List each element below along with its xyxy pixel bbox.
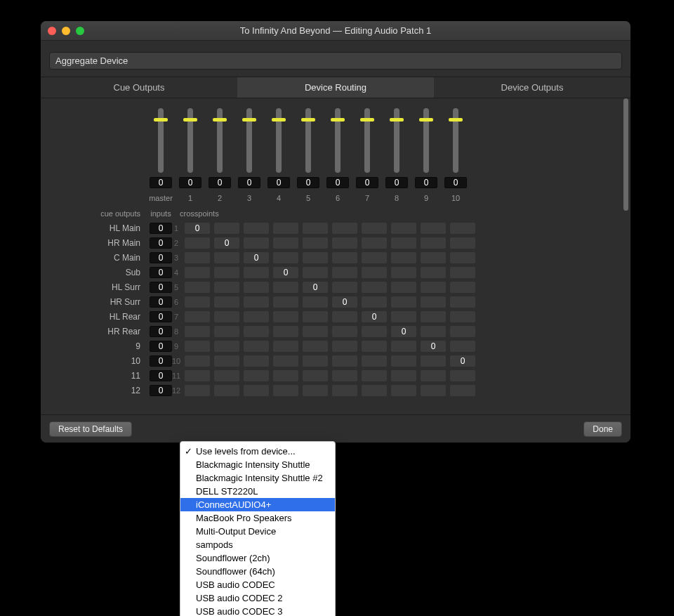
crosspoint-cell[interactable] — [391, 252, 416, 263]
crosspoint-cell[interactable] — [421, 355, 446, 367]
crosspoint-cell[interactable] — [214, 355, 239, 367]
crosspoint-cell[interactable] — [303, 237, 328, 249]
crosspoint-cell[interactable] — [273, 341, 298, 352]
crosspoint-cell[interactable] — [273, 326, 298, 337]
channel-slider[interactable] — [158, 108, 164, 173]
crosspoint-cell[interactable] — [303, 370, 328, 381]
crosspoint-cell[interactable] — [214, 252, 239, 263]
crosspoint-cell[interactable] — [421, 296, 446, 308]
input-value-box[interactable]: 0 — [150, 385, 172, 396]
crosspoint-cell[interactable] — [185, 326, 210, 337]
crosspoint-cell[interactable] — [185, 296, 210, 308]
crosspoint-cell[interactable]: 0 — [185, 223, 210, 234]
crosspoint-cell[interactable] — [421, 326, 446, 337]
crosspoint-cell[interactable]: 0 — [332, 296, 357, 308]
crosspoint-cell[interactable]: 0 — [391, 326, 416, 337]
crosspoint-cell[interactable] — [362, 267, 387, 278]
crosspoint-cell[interactable] — [421, 282, 446, 293]
input-value-box[interactable]: 0 — [150, 296, 172, 308]
menu-item[interactable]: USB audio CODEC 3 — [180, 605, 335, 616]
crosspoint-cell[interactable] — [391, 370, 416, 381]
input-value-box[interactable]: 0 — [150, 252, 172, 263]
crosspoint-cell[interactable] — [421, 311, 446, 322]
minimize-icon[interactable] — [62, 27, 70, 35]
crosspoint-cell[interactable] — [450, 267, 475, 278]
input-value-box[interactable]: 0 — [150, 341, 172, 352]
crosspoint-cell[interactable] — [273, 252, 298, 263]
crosspoint-cell[interactable] — [214, 326, 239, 337]
crosspoint-cell[interactable] — [362, 252, 387, 263]
crosspoint-cell[interactable] — [450, 282, 475, 293]
crosspoint-cell[interactable] — [391, 341, 416, 352]
crosspoint-cell[interactable] — [273, 370, 298, 381]
reset-button[interactable]: Reset to Defaults — [49, 421, 132, 437]
crosspoint-cell[interactable] — [244, 311, 269, 322]
crosspoint-cell[interactable] — [185, 237, 210, 249]
crosspoint-cell[interactable] — [185, 282, 210, 293]
menu-item[interactable]: Soundflower (2ch) — [180, 551, 335, 565]
crosspoint-cell[interactable] — [214, 341, 239, 352]
crosspoint-cell[interactable] — [391, 282, 416, 293]
crosspoint-cell[interactable] — [362, 355, 387, 367]
crosspoint-cell[interactable] — [391, 237, 416, 249]
done-button[interactable]: Done — [583, 421, 622, 437]
crosspoint-cell[interactable] — [303, 296, 328, 308]
crosspoint-cell[interactable] — [362, 237, 387, 249]
crosspoint-cell[interactable] — [332, 341, 357, 352]
channel-slider[interactable] — [394, 108, 399, 173]
crosspoint-cell[interactable] — [362, 326, 387, 337]
device-select[interactable]: Aggregate Device — [49, 52, 622, 70]
crosspoint-cell[interactable] — [185, 252, 210, 263]
crosspoint-cell[interactable] — [362, 385, 387, 396]
channel-value-box[interactable]: 0 — [444, 177, 467, 188]
crosspoint-cell[interactable] — [421, 252, 446, 263]
input-value-box[interactable]: 0 — [150, 223, 172, 234]
vertical-scrollbar[interactable] — [623, 98, 628, 211]
crosspoint-cell[interactable] — [421, 385, 446, 396]
crosspoint-cell[interactable] — [450, 223, 475, 234]
channel-value-box[interactable]: 0 — [356, 177, 378, 188]
close-icon[interactable] — [48, 27, 56, 35]
crosspoint-cell[interactable] — [332, 267, 357, 278]
channel-value-box[interactable]: 0 — [238, 177, 260, 188]
menu-item[interactable]: Multi-Output Device — [180, 525, 335, 538]
crosspoint-cell[interactable] — [450, 341, 475, 352]
channel-value-box[interactable]: 0 — [209, 177, 231, 188]
crosspoint-cell[interactable] — [185, 385, 210, 396]
channel-slider[interactable] — [187, 108, 193, 173]
channel-value-box[interactable]: 0 — [385, 177, 408, 188]
crosspoint-cell[interactable] — [391, 267, 416, 278]
input-value-box[interactable]: 0 — [150, 326, 172, 337]
crosspoint-cell[interactable] — [391, 311, 416, 322]
input-value-box[interactable]: 0 — [150, 267, 172, 278]
crosspoint-cell[interactable] — [332, 355, 357, 367]
menu-item[interactable]: sampods — [180, 538, 335, 551]
crosspoint-cell[interactable] — [362, 341, 387, 352]
crosspoint-cell[interactable] — [273, 296, 298, 308]
crosspoint-cell[interactable] — [450, 385, 475, 396]
channel-value-box[interactable]: 0 — [150, 177, 172, 188]
crosspoint-cell[interactable] — [362, 282, 387, 293]
menu-item[interactable]: iConnectAUDIO4+ — [180, 498, 335, 511]
crosspoint-cell[interactable] — [391, 223, 416, 234]
crosspoint-cell[interactable] — [244, 282, 269, 293]
crosspoint-cell[interactable] — [450, 252, 475, 263]
crosspoint-cell[interactable] — [332, 385, 357, 396]
channel-slider[interactable] — [246, 108, 252, 173]
titlebar[interactable]: To Infinity And Beyond — Editing Audio P… — [41, 21, 630, 41]
crosspoint-cell[interactable] — [450, 237, 475, 249]
crosspoint-cell[interactable] — [450, 326, 475, 337]
crosspoint-cell[interactable] — [332, 223, 357, 234]
crosspoint-cell[interactable] — [273, 385, 298, 396]
crosspoint-cell[interactable] — [273, 355, 298, 367]
crosspoint-cell[interactable] — [214, 370, 239, 381]
crosspoint-cell[interactable] — [391, 355, 416, 367]
crosspoint-cell[interactable] — [214, 223, 239, 234]
crosspoint-cell[interactable] — [303, 267, 328, 278]
crosspoint-cell[interactable] — [450, 296, 475, 308]
crosspoint-cell[interactable] — [421, 237, 446, 249]
crosspoint-cell[interactable] — [450, 311, 475, 322]
crosspoint-cell[interactable]: 0 — [273, 267, 298, 278]
tab-device-outputs[interactable]: Device Outputs — [434, 77, 630, 98]
crosspoint-cell[interactable]: 0 — [214, 237, 239, 249]
